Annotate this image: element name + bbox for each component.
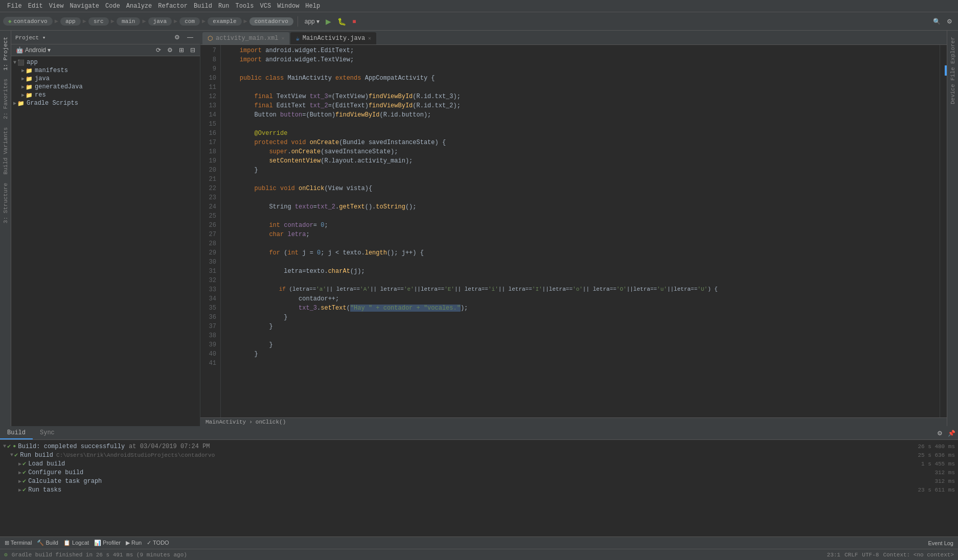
build-pin-button[interactable]: 📌 [945, 429, 958, 438]
code-line-24: String texto=txt_2.getText().toString(); [225, 202, 936, 212]
left-tab-structure[interactable]: 3: Structure [1, 179, 11, 227]
code-editor[interactable]: import android.widget.EditText; import a… [221, 45, 940, 417]
breadcrumb-src[interactable]: src [88, 17, 109, 26]
status-encoding: UTF-8 [862, 552, 879, 558]
panel-toolbar: 🤖 Android ▾ ⟳ ⚙ ⊞ ⊟ [11, 44, 200, 56]
editor-scroll-gutter [940, 45, 947, 417]
breadcrumb-example[interactable]: example [208, 17, 241, 26]
menu-view[interactable]: View [46, 2, 67, 11]
build-settings-button[interactable]: ⚙ [934, 429, 945, 438]
run-button[interactable]: ▶ [323, 16, 334, 27]
bottom-tab-sync[interactable]: Sync [33, 427, 62, 439]
main-toolbar: ◆ contadorvo ▶ app ▶ src ▶ main ▶ java ▶… [0, 12, 958, 31]
todo-tab[interactable]: ✓ TODO [144, 539, 171, 547]
build-item-run-tasks[interactable]: ▶ ✔ Run tasks 23 s 611 ms [0, 485, 958, 494]
menu-analyze[interactable]: Analyze [123, 2, 155, 11]
code-line-33: if (letra=='a'|| letra=='A'|| letra=='e'… [225, 285, 936, 294]
left-tab-build-variants[interactable]: Build Variants [1, 123, 11, 178]
menu-help[interactable]: Help [302, 2, 323, 11]
code-line-35: txt_3.setText("Hay " + contador + "vocal… [225, 304, 936, 313]
close-tab-xml[interactable]: ✕ [281, 35, 284, 41]
breadcrumb-main[interactable]: main [117, 17, 140, 26]
breadcrumb-com[interactable]: com [179, 17, 200, 26]
code-line-16: @Override [225, 129, 936, 138]
sync-button[interactable]: ⟳ [153, 45, 164, 55]
panel-collapse[interactable]: — [185, 33, 196, 42]
close-tab-java[interactable]: ✕ [368, 35, 371, 41]
build-item-load-build[interactable]: ▶ ✔ Load build 1 s 455 ms [0, 459, 958, 468]
editor-content: 7 8 9 10 11 12 13 14 15 16 17 18 19 20 2… [200, 45, 947, 417]
code-line-37: } [225, 322, 936, 331]
tab-mainactivity[interactable]: ☕ MainActivity.java ✕ [290, 32, 376, 44]
code-line-9 [225, 64, 936, 74]
status-right: 23:1 CRLF UTF-8 Context: <no context> [827, 552, 954, 558]
code-line-15 [225, 120, 936, 129]
code-line-8: import android.widget.TextView; [225, 55, 936, 64]
tree-item-java[interactable]: ▶ 📁 java [11, 75, 200, 83]
toolbar-run-group: app ▾ ▶ 🐛 ■ [302, 16, 359, 27]
logcat-tab[interactable]: 📋 Logcat [61, 539, 92, 547]
tree-item-res[interactable]: ▶ 📁 res [11, 91, 200, 99]
menu-window[interactable]: Window [274, 2, 302, 11]
terminal-tab[interactable]: ⊞ Terminal [2, 539, 34, 547]
bottom-tool-tabs: ⊞ Terminal 🔨 Build 📋 Logcat 📊 Profiler ▶… [0, 536, 958, 549]
menu-tools[interactable]: Tools [233, 2, 257, 11]
bottom-tab-build[interactable]: Build [0, 427, 33, 439]
breadcrumb-contadorvo2[interactable]: contadorvo [249, 17, 293, 26]
code-line-10: public class MainActivity extends AppCom… [225, 74, 936, 83]
code-line-36: } [225, 313, 936, 322]
debug-button[interactable]: 🐛 [335, 16, 349, 27]
menu-build[interactable]: Build [191, 2, 215, 11]
menu-file[interactable]: File [4, 2, 25, 11]
settings2-button[interactable]: ⚙ [165, 45, 175, 55]
event-log-btn[interactable]: Event Log [925, 539, 956, 547]
build-item-calculate-task-graph[interactable]: ▶ ✔ Calculate task graph 312 ms [0, 477, 958, 485]
menu-run[interactable]: Run [215, 2, 233, 11]
right-tab-device-explorer[interactable]: Device File Explorer [948, 33, 958, 108]
breadcrumb-app[interactable]: app [60, 17, 81, 26]
tree-item-manifests[interactable]: ▶ 📁 manifests [11, 66, 200, 75]
main-area: 1: Project 2: Favorites Build Variants 3… [0, 31, 958, 426]
tab-activity-main[interactable]: ⬡ activity_main.xml ✕ [202, 32, 289, 44]
menu-vcs[interactable]: VCS [257, 2, 275, 11]
menu-refactor[interactable]: Refactor [155, 2, 191, 11]
status-context: Context: <no context> [883, 552, 954, 558]
menu-code[interactable]: Code [102, 2, 123, 11]
breadcrumb-onclick: onClick() [256, 419, 286, 425]
code-line-40: } [225, 349, 936, 359]
panel-gear[interactable]: ⚙ [172, 33, 183, 42]
status-build-message: Gradle build finished in 26 s 491 ms (9 … [12, 552, 187, 558]
breadcrumb-contadorvo[interactable]: ◆ contadorvo [3, 17, 53, 26]
code-line-29: for (int j = 0; j < texto.length(); j++)… [225, 248, 936, 258]
search-everywhere-button[interactable]: 🔍 [930, 17, 943, 26]
tree-item-generatedjava[interactable]: ▶ 📁 generatedJava [11, 83, 200, 91]
build-tab[interactable]: 🔨 Build [34, 539, 61, 547]
run-config-selector[interactable]: app ▾ [302, 17, 322, 26]
toolbar-breadcrumb: ◆ contadorvo ▶ app ▶ src ▶ main ▶ java ▶… [3, 17, 293, 26]
right-side-tabs: Device File Explorer [947, 31, 958, 426]
breadcrumb-java[interactable]: java [148, 17, 172, 26]
code-line-38 [225, 331, 936, 340]
code-line-17: protected void onCreate(Bundle savedInst… [225, 138, 936, 147]
build-item-root[interactable]: ▼ ✔ ● Build: completed successfully at 0… [0, 442, 958, 451]
expand-all[interactable]: ⊞ [176, 45, 187, 55]
code-line-27: char letra; [225, 230, 936, 239]
code-line-41 [225, 359, 936, 368]
left-tab-project[interactable]: 1: Project [1, 33, 11, 75]
profiler-tab[interactable]: 📊 Profiler [92, 539, 123, 547]
stop-button[interactable]: ■ [350, 17, 358, 26]
status-bar: ⚙ Gradle build finished in 26 s 491 ms (… [0, 549, 958, 560]
tree-item-app[interactable]: ▼ ⬛ app [11, 58, 200, 66]
code-line-12: final TextView txt_3=(TextView)findViewB… [225, 92, 936, 101]
menu-navigate[interactable]: Navigate [66, 2, 102, 11]
settings-button[interactable]: ⚙ [944, 17, 955, 26]
run-tab[interactable]: ▶ Run [123, 539, 144, 547]
left-tab-favorites[interactable]: 2: Favorites [1, 75, 11, 123]
code-line-13: final EditText txt_2=(EditText)findViewB… [225, 101, 936, 110]
tree-item-gradle[interactable]: ▶ 📁 Gradle Scripts [11, 99, 200, 107]
collapse-all[interactable]: ⊟ [188, 45, 198, 55]
build-item-configure-build[interactable]: ▶ ✔ Configure build 312 ms [0, 468, 958, 477]
android-selector[interactable]: 🤖 Android ▾ [13, 45, 53, 55]
menu-edit[interactable]: Edit [25, 2, 46, 11]
build-item-run-build[interactable]: ▼ ✔ Run build C:\Users\Enrik\AndroidStud… [0, 451, 958, 459]
